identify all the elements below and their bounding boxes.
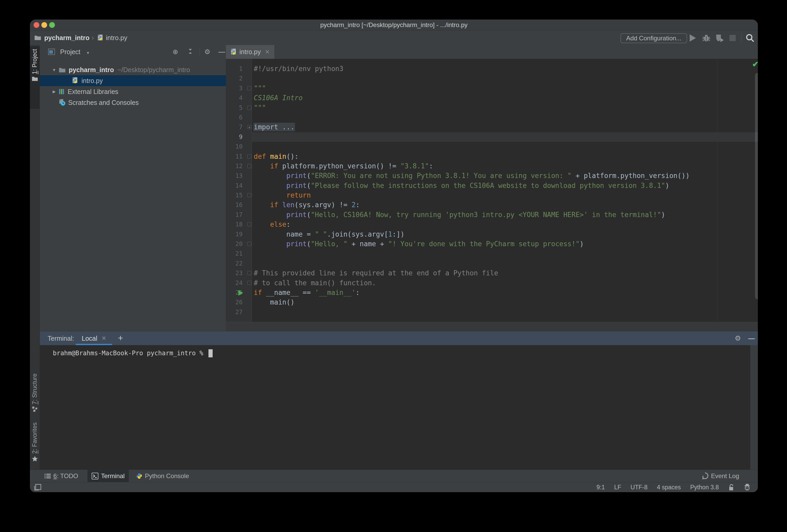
run-icon[interactable] (690, 31, 696, 45)
code-line[interactable]: 20 print("Hello, " + name + "! You're do… (226, 239, 758, 249)
code-line[interactable]: 10 (226, 142, 758, 151)
code-line[interactable]: 26 main() (226, 297, 758, 307)
lock-unlocked-icon[interactable] (728, 484, 735, 491)
code-line[interactable]: 3""" (226, 84, 758, 93)
tree-item-path: ~/Desktop/pycharm_intro (118, 66, 190, 74)
python-console-tool-button[interactable]: Python Console (132, 470, 193, 482)
gear-icon[interactable]: ⚙ (735, 331, 741, 345)
code-line[interactable]: 15 return (226, 191, 758, 200)
interpreter-widget[interactable]: Python 3.8 (690, 484, 719, 491)
tree-row-project-root[interactable]: ▼ pycharm_intro ~/Desktop/pycharm_intro (40, 64, 226, 75)
code-token (254, 172, 286, 179)
fold-marker-icon[interactable] (247, 154, 251, 158)
fold-marker-icon[interactable] (247, 281, 251, 285)
code-line[interactable]: 2 (226, 74, 758, 83)
hide-panel-icon[interactable]: — (218, 45, 225, 59)
fold-marker-icon[interactable] (247, 222, 251, 227)
code-token: ( (307, 172, 311, 179)
code-line[interactable]: 27 (226, 307, 758, 317)
fold-marker-icon[interactable] (247, 86, 251, 90)
line-separator-widget[interactable]: LF (614, 484, 621, 491)
code-line[interactable]: 14 print("Please follow the instructions… (226, 181, 758, 191)
code-line[interactable]: 11def main(): (226, 152, 758, 162)
chevron-down-icon[interactable]: ▼ (86, 51, 90, 55)
code-line[interactable]: 24# to call the main() function. (226, 278, 758, 288)
editor-tab-bar: intro.py ✕ (226, 45, 758, 59)
tree-row-external-libraries[interactable]: ▶ External Libraries (40, 86, 226, 97)
run-line-icon[interactable] (238, 290, 243, 296)
stripe-item-structure[interactable]: 7: Structure (30, 371, 40, 415)
fold-marker-icon[interactable] (247, 106, 251, 110)
code-line[interactable]: 22 (226, 259, 758, 268)
code-token: if (270, 201, 278, 209)
code-line[interactable]: 21 (226, 249, 758, 258)
close-terminal-tab-icon[interactable]: ✕ (102, 331, 106, 345)
search-everywhere-icon[interactable] (746, 31, 754, 45)
terminal-panel-label: Terminal: (48, 331, 74, 345)
add-configuration-button[interactable]: Add Configuration... (620, 33, 687, 43)
new-terminal-tab-icon[interactable]: + (118, 331, 123, 344)
chevron-right-icon[interactable]: ▶ (51, 89, 57, 94)
fold-marker-icon[interactable] (247, 193, 251, 197)
breadcrumb-project[interactable]: pycharm_intro (44, 31, 89, 45)
code-line[interactable]: 25if __name__ == '__main__': (226, 288, 758, 297)
project-panel-title[interactable]: Project (60, 45, 80, 59)
line-number: 6 (226, 113, 242, 122)
code-line[interactable]: 4CS106A Intro (226, 93, 758, 103)
todo-tool-button[interactable]: 6: TODO (40, 470, 82, 482)
code-line[interactable]: 6 (226, 113, 758, 122)
code-token: else (270, 220, 286, 228)
title-bar[interactable]: pycharm_intro [~/Desktop/pycharm_intro] … (30, 20, 758, 31)
code-token: main (270, 152, 286, 160)
stripe-item-favorites[interactable]: 2: Favorites (30, 420, 40, 468)
line-number: 14 (226, 181, 242, 191)
code-line[interactable]: 16 if len(sys.argv) != 2: (226, 200, 758, 210)
gear-icon[interactable]: ⚙ (204, 45, 210, 59)
locate-file-icon[interactable]: ⊕ (173, 45, 178, 59)
event-log-button[interactable]: Event Log (698, 470, 743, 482)
tree-row-scratches[interactable]: Scratches and Consoles (40, 97, 226, 108)
terminal-body[interactable]: brahm@Brahms-MacBook-Pro pycharm_intro % (40, 345, 758, 470)
code-line[interactable]: 17 print("Hello, CS106A! Now, try runnin… (226, 210, 758, 220)
terminal-tool-button[interactable]: Terminal (87, 470, 129, 482)
hector-inspector-icon[interactable] (744, 484, 750, 491)
fold-marker-icon[interactable] (247, 242, 251, 246)
tab-intro-py[interactable]: intro.py ✕ (226, 45, 274, 59)
debug-bug-icon[interactable] (702, 31, 711, 45)
encoding-widget[interactable]: UTF-8 (631, 484, 647, 491)
tree-row-intro-py[interactable]: intro.py (40, 75, 226, 86)
code-line[interactable]: 12 if platform.python_version() != "3.8.… (226, 162, 758, 171)
breadcrumb-file[interactable]: intro.py (106, 31, 127, 45)
close-tab-icon[interactable]: ✕ (265, 49, 270, 56)
terminal-tab-local[interactable]: Local (82, 331, 97, 345)
fold-marker-icon[interactable] (247, 164, 251, 168)
code-line[interactable]: 1#!/usr/bin/env python3 (226, 64, 758, 74)
collapse-all-icon[interactable] (188, 48, 194, 55)
terminal-scrollbar-track (750, 345, 758, 470)
fold-marker-icon[interactable] (247, 271, 251, 275)
code-line[interactable]: 18 else: (226, 220, 758, 229)
editor-area: intro.py ✕ 1#!/usr/bin/env python323"""4… (226, 45, 758, 331)
code-line[interactable]: 13 print("ERROR: You are not using Pytho… (226, 171, 758, 180)
editor-scrollbar[interactable] (755, 73, 758, 299)
tool-window-quick-access-icon[interactable] (34, 484, 41, 491)
indent-widget[interactable]: 4 spaces (657, 484, 681, 491)
caret-position-widget[interactable]: 9:1 (596, 484, 605, 491)
code-text: if platform.python_version() != "3.8.1": (254, 162, 433, 171)
stripe-item-project[interactable]: 1: Project (30, 46, 40, 109)
hide-terminal-icon[interactable]: — (748, 331, 755, 345)
chevron-down-icon[interactable]: ▼ (51, 68, 57, 72)
code-area[interactable]: 1#!/usr/bin/env python323"""4CS106A Intr… (226, 59, 758, 322)
stop-icon[interactable] (729, 31, 736, 45)
run-with-coverage-icon[interactable] (715, 31, 724, 45)
code-token: : (429, 162, 433, 170)
inspections-ok-check-icon[interactable]: ✔ (752, 60, 758, 69)
code-line[interactable]: 7+import ... (226, 122, 758, 132)
code-line[interactable]: 19 name = " ".join(sys.argv[1:]) (226, 230, 758, 239)
code-line[interactable]: 23# This provided line is required at th… (226, 268, 758, 278)
code-line[interactable]: 9 (226, 132, 758, 142)
code-token: len (282, 201, 295, 209)
star-icon (32, 456, 38, 462)
fold-expand-icon[interactable]: + (247, 125, 251, 129)
code-line[interactable]: 5""" (226, 103, 758, 113)
